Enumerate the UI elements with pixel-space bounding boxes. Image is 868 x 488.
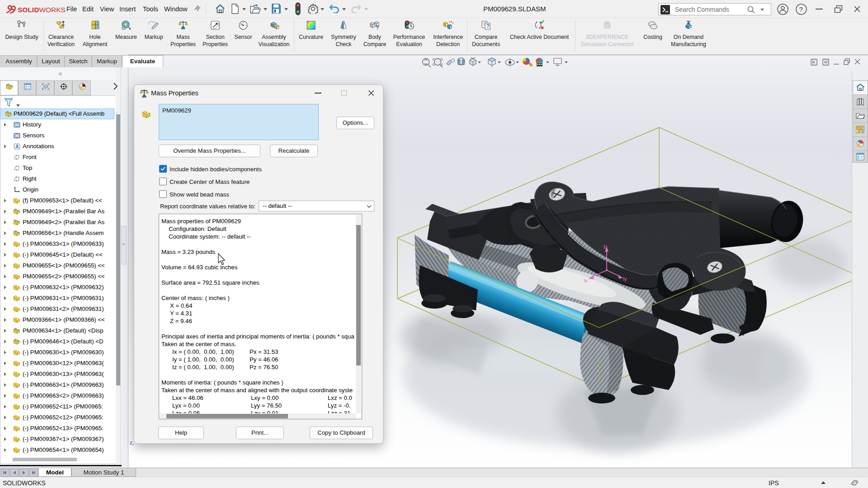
svg-text:Iy: Iy	[623, 276, 627, 282]
svg-text:z,: z,	[129, 439, 134, 446]
svg-text:Iz: Iz	[604, 244, 608, 249]
svg-text:?: ?	[376, 24, 379, 31]
svg-text:?: ?	[486, 23, 490, 29]
svg-text:Ix: Ix	[584, 278, 588, 283]
svg-text:?: ?	[799, 5, 803, 13]
svg-text:SOLIDWORKS: SOLIDWORKS	[18, 6, 66, 14]
